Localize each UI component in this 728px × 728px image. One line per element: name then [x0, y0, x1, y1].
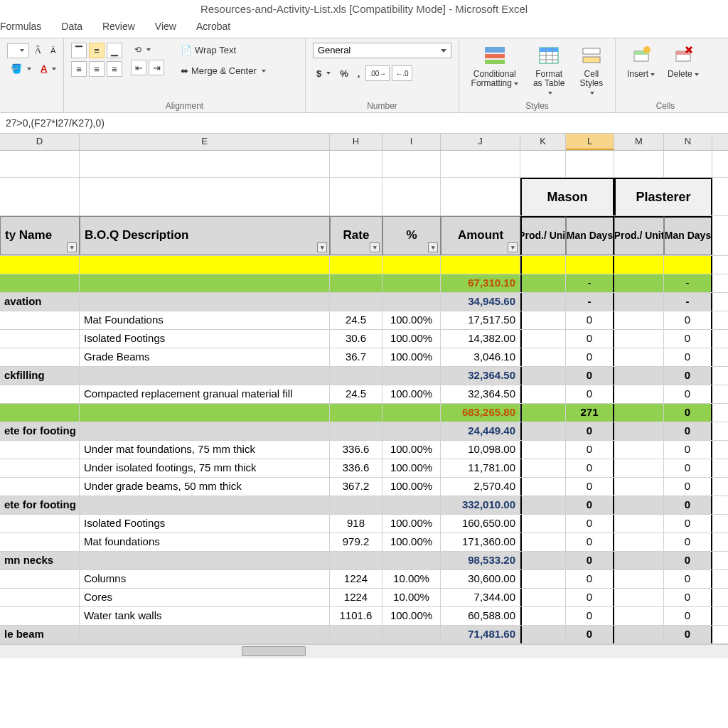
- cell[interactable]: [614, 589, 664, 606]
- cell[interactable]: [330, 256, 382, 274]
- cell[interactable]: [520, 607, 566, 625]
- align-right-button[interactable]: ≡: [107, 61, 122, 77]
- cell[interactable]: 0: [566, 311, 614, 329]
- conditional-formatting-button[interactable]: Conditional Formatting: [466, 43, 523, 100]
- cell[interactable]: 0: [664, 589, 712, 606]
- table-row[interactable]: Compacted replacement granual material f…: [0, 385, 728, 404]
- cell[interactable]: Isolated Footings: [80, 515, 330, 532]
- cell[interactable]: [330, 626, 382, 643]
- cell[interactable]: [614, 441, 664, 459]
- formula-bar[interactable]: 27>0,(F27*I27/K27),0): [0, 113, 728, 134]
- cell[interactable]: [520, 589, 566, 606]
- cell[interactable]: [520, 478, 566, 496]
- cell[interactable]: Compacted replacement granual material f…: [80, 385, 330, 403]
- table-row[interactable]: ete for footing332,010.0000: [0, 496, 728, 515]
- cell[interactable]: [614, 274, 664, 292]
- cell[interactable]: 0: [566, 330, 614, 348]
- table-row[interactable]: Columns122410.00%30,600.0000: [0, 570, 728, 589]
- cell[interactable]: 0: [566, 570, 614, 588]
- cell[interactable]: 0: [566, 515, 614, 532]
- filter-icon[interactable]: ▾: [428, 242, 438, 252]
- worksheet-grid[interactable]: Mason Plasterer ty Name▾ B.O.Q Descripti…: [0, 151, 728, 644]
- cell[interactable]: 1224: [330, 589, 382, 606]
- cell[interactable]: [520, 293, 566, 311]
- cell[interactable]: 1224: [330, 570, 382, 588]
- cell[interactable]: [382, 552, 441, 569]
- table-row[interactable]: Under mat foundations, 75 mm thick336.61…: [0, 441, 728, 459]
- decrease-indent-button[interactable]: ⇤: [131, 60, 146, 75]
- cell[interactable]: -: [566, 274, 614, 292]
- cell[interactable]: 0: [664, 422, 712, 440]
- cell[interactable]: [614, 367, 664, 385]
- cell[interactable]: [614, 552, 664, 569]
- cell[interactable]: [0, 478, 80, 496]
- cell[interactable]: le beam: [0, 626, 80, 643]
- table-row[interactable]: Water tank walls1101.6100.00%60,588.0000: [0, 607, 728, 626]
- cell[interactable]: 0: [664, 607, 712, 625]
- table-row[interactable]: le beam71,481.6000: [0, 626, 728, 644]
- table-row[interactable]: 683,265.802710: [0, 404, 728, 422]
- cell[interactable]: [566, 256, 614, 274]
- cell[interactable]: 0: [664, 496, 712, 514]
- cell[interactable]: 100.00%: [382, 348, 441, 366]
- cell[interactable]: 0: [566, 367, 614, 385]
- cell[interactable]: 98,533.20: [441, 552, 520, 569]
- cell[interactable]: 271: [566, 404, 614, 422]
- cell[interactable]: [614, 293, 664, 311]
- cell[interactable]: [614, 330, 664, 348]
- cell[interactable]: -: [664, 293, 712, 311]
- cell[interactable]: ete for footing: [0, 422, 80, 440]
- cell[interactable]: [382, 626, 441, 643]
- cell[interactable]: Under grade beams, 50 mm thick: [80, 478, 330, 496]
- cell[interactable]: 0: [664, 404, 712, 422]
- cell[interactable]: Water tank walls: [80, 607, 330, 625]
- col-header-M[interactable]: M: [614, 134, 664, 150]
- cell[interactable]: 0: [566, 533, 614, 551]
- th-mason-prod[interactable]: Prod./ Unit: [520, 216, 566, 255]
- increase-decimal-button[interactable]: .00→: [365, 65, 390, 81]
- align-left-button[interactable]: ≡: [71, 61, 87, 77]
- filter-icon[interactable]: ▾: [67, 242, 77, 252]
- cell[interactable]: -: [664, 274, 712, 292]
- cell[interactable]: [0, 441, 80, 459]
- table-row[interactable]: Mat Foundations24.5100.00%17,517.5000: [0, 311, 728, 330]
- align-middle-button[interactable]: ≡: [89, 43, 105, 58]
- table-row[interactable]: Under grade beams, 50 mm thick367.2100.0…: [0, 478, 728, 496]
- cell[interactable]: [614, 570, 664, 588]
- format-as-table-button[interactable]: Format as Table: [528, 43, 571, 100]
- cell[interactable]: 30.6: [330, 330, 382, 348]
- cell[interactable]: [520, 385, 566, 403]
- cell[interactable]: 67,310.10: [441, 274, 520, 292]
- cell[interactable]: 979.2: [330, 533, 382, 551]
- cell[interactable]: [520, 274, 566, 292]
- decrease-decimal-button[interactable]: ←.0: [392, 65, 412, 81]
- filter-icon[interactable]: ▾: [508, 242, 518, 252]
- cell[interactable]: 100.00%: [382, 459, 441, 477]
- cell[interactable]: 24.5: [330, 311, 382, 329]
- shrink-font-button[interactable]: Ǎ: [47, 44, 60, 58]
- align-top-button[interactable]: ▔: [71, 43, 87, 58]
- col-header-J[interactable]: J: [441, 134, 520, 150]
- cell[interactable]: [0, 607, 80, 625]
- cell[interactable]: [520, 422, 566, 440]
- cell[interactable]: 0: [664, 441, 712, 459]
- cell[interactable]: 32,364.50: [441, 367, 520, 385]
- cell[interactable]: 918: [330, 515, 382, 532]
- cell[interactable]: [80, 626, 330, 643]
- grow-font-button[interactable]: Â: [31, 43, 45, 58]
- cell[interactable]: Mat foundations: [80, 533, 330, 551]
- cell[interactable]: 17,517.50: [441, 311, 520, 329]
- cell[interactable]: 36.7: [330, 348, 382, 366]
- cell[interactable]: 171,360.00: [441, 533, 520, 551]
- cell[interactable]: 0: [664, 311, 712, 329]
- table-row[interactable]: Under isolated footings, 75 mm thick336.…: [0, 459, 728, 478]
- table-row[interactable]: 67,310.10--: [0, 274, 728, 293]
- th-amount[interactable]: Amount▾: [441, 216, 520, 255]
- cell[interactable]: [0, 459, 80, 477]
- cell[interactable]: [80, 422, 330, 440]
- cell[interactable]: [382, 367, 441, 385]
- cell[interactable]: [0, 256, 80, 274]
- merge-center-button[interactable]: ⬌Merge & Center: [177, 63, 269, 78]
- col-header-K[interactable]: K: [520, 134, 566, 150]
- cell[interactable]: [80, 496, 330, 514]
